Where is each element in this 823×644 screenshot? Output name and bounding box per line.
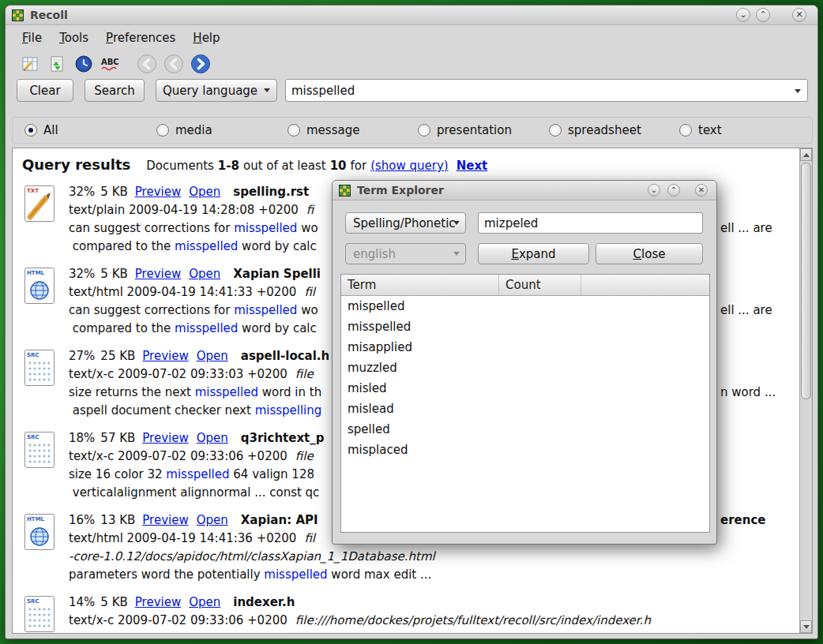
- filter-radio-spreadsheet[interactable]: spreadsheet: [549, 123, 641, 137]
- menu-help[interactable]: Help: [184, 28, 228, 48]
- radio-icon[interactable]: [24, 124, 37, 137]
- result-title: Xapian Spelli: [233, 267, 321, 281]
- snippet-right-fragment: ell ... are: [720, 219, 772, 238]
- close-icon[interactable]: ✕: [792, 8, 806, 22]
- term-row[interactable]: mislead: [341, 399, 709, 419]
- next-page-link[interactable]: Next: [457, 159, 488, 173]
- snippet-text: aspell document checker next: [69, 403, 255, 417]
- open-link[interactable]: Open: [197, 513, 228, 527]
- result-range: 1-8: [218, 159, 239, 173]
- next-page-icon[interactable]: [189, 52, 212, 76]
- expansion-mode-select[interactable]: Spelling/Phonetic: [345, 212, 466, 234]
- scroll-up-icon[interactable]: [800, 148, 812, 161]
- radio-icon[interactable]: [287, 124, 300, 137]
- language-select[interactable]: english: [345, 243, 466, 264]
- chevron-down-icon: [453, 252, 460, 256]
- for-word: for: [351, 159, 367, 173]
- recoll-logo-icon: [339, 185, 351, 197]
- term-row[interactable]: misplaced: [341, 440, 709, 460]
- desktop-background: Recoll ⌄ ⌃ ✕ File Tools Preferences Help: [0, 0, 823, 644]
- filter-label: All: [43, 123, 58, 137]
- filter-radio-presentation[interactable]: presentation: [418, 123, 512, 137]
- radio-icon[interactable]: [549, 124, 562, 137]
- term-row[interactable]: muzzled: [341, 358, 709, 378]
- radio-icon[interactable]: [679, 124, 692, 137]
- chevron-down-icon: [264, 88, 270, 92]
- first-page-icon[interactable]: [135, 52, 159, 76]
- dialog-title: Term Explorer: [357, 184, 444, 197]
- terms-table: Term Count mispelled misspelled misappli…: [340, 274, 710, 533]
- term-explorer-dialog: Term Explorer ⌄ ⌃ ✕ Spelling/Phonetic en…: [332, 180, 717, 545]
- close-button[interactable]: Close: [596, 243, 703, 264]
- query-input[interactable]: [291, 81, 781, 100]
- radio-icon[interactable]: [418, 124, 430, 137]
- result-title: indexer.h: [233, 595, 295, 609]
- scrollbar-thumb[interactable]: [801, 163, 811, 399]
- clear-search-icon[interactable]: [18, 52, 42, 76]
- preview-link[interactable]: Preview: [142, 349, 188, 363]
- filter-radio-text[interactable]: text: [679, 123, 722, 137]
- open-link[interactable]: Open: [197, 349, 228, 363]
- snippet-text: compared to the: [69, 239, 175, 253]
- relevancy-percent: 18%: [69, 431, 95, 445]
- rollup-icon[interactable]: ⌃: [667, 184, 680, 197]
- rollup-icon[interactable]: ⌃: [756, 8, 770, 22]
- sort-by-dates-icon[interactable]: [45, 52, 69, 76]
- open-link[interactable]: Open: [197, 431, 228, 445]
- open-link[interactable]: Open: [189, 185, 220, 199]
- show-query-link[interactable]: (show query): [370, 159, 449, 173]
- title-right-fragment: erence: [720, 511, 766, 530]
- open-link[interactable]: Open: [189, 267, 220, 281]
- menu-preferences[interactable]: Preferences: [97, 28, 184, 48]
- radio-icon[interactable]: [156, 124, 169, 137]
- clear-button[interactable]: Clear: [17, 79, 73, 102]
- preview-link[interactable]: Preview: [142, 513, 188, 527]
- file-size: 13 KB: [100, 513, 135, 527]
- term-row[interactable]: mispelled: [341, 296, 709, 316]
- document-history-clock-icon[interactable]: [72, 52, 96, 76]
- results-header: Query resultsDocuments1-8out of at least…: [13, 148, 812, 183]
- term-row[interactable]: spelled: [341, 419, 709, 440]
- open-link[interactable]: Open: [189, 595, 220, 609]
- previous-page-icon[interactable]: [162, 52, 186, 76]
- filter-label: spreadsheet: [568, 123, 641, 137]
- rolldown-icon[interactable]: ⌄: [736, 8, 750, 22]
- preview-link[interactable]: Preview: [135, 267, 181, 281]
- match-highlight: misspelled: [234, 221, 297, 235]
- filter-radio-all[interactable]: All: [24, 123, 58, 137]
- toolbar: ABC: [6, 51, 212, 77]
- category-filter-row: All media message presentation spreadshe…: [12, 117, 813, 144]
- preview-link[interactable]: Preview: [135, 595, 181, 609]
- filter-radio-message[interactable]: message: [287, 123, 359, 137]
- filter-radio-media[interactable]: media: [156, 123, 212, 137]
- scroll-down-icon[interactable]: [800, 620, 812, 633]
- match-highlight: misspelled: [175, 239, 238, 253]
- close-icon[interactable]: ✕: [695, 184, 708, 197]
- svg-text:ABC: ABC: [101, 58, 119, 66]
- results-scrollbar[interactable]: [799, 148, 812, 633]
- snippet-text: size 16 color 32: [69, 467, 166, 481]
- rolldown-icon[interactable]: ⌄: [648, 184, 660, 197]
- column-header-count[interactable]: Count: [499, 275, 581, 295]
- expand-button[interactable]: Expand: [478, 243, 589, 264]
- term-row[interactable]: misapplied: [341, 337, 709, 358]
- column-header-term[interactable]: Term: [341, 275, 499, 295]
- search-button[interactable]: Search: [85, 79, 145, 102]
- html-file-icon: [24, 267, 55, 305]
- term-row[interactable]: misled: [341, 378, 709, 399]
- menu-file[interactable]: File: [13, 28, 51, 48]
- range-text: out of at least: [243, 159, 326, 173]
- preview-link[interactable]: Preview: [135, 185, 181, 199]
- table-header: Term Count: [341, 275, 709, 296]
- query-language-dropdown[interactable]: Query language: [156, 79, 277, 102]
- menu-tools[interactable]: Tools: [51, 28, 97, 48]
- term-row[interactable]: misspelled: [341, 316, 709, 337]
- window-titlebar[interactable]: Recoll ⌄ ⌃ ✕: [6, 6, 817, 25]
- combo-chevron-down-icon[interactable]: [795, 89, 801, 93]
- term-input[interactable]: [478, 212, 703, 234]
- dialog-titlebar[interactable]: Term Explorer ⌄ ⌃ ✕: [333, 181, 716, 200]
- source-file-icon: [24, 349, 55, 387]
- preview-link[interactable]: Preview: [142, 431, 188, 445]
- term-explorer-abc-icon[interactable]: ABC: [99, 52, 122, 76]
- query-combobox[interactable]: [285, 79, 808, 102]
